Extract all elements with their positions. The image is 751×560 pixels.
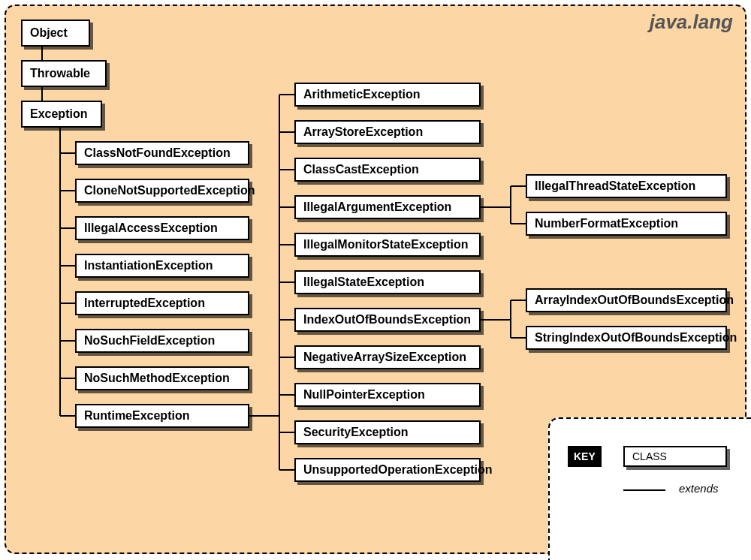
class-child: InstantiationException: [75, 254, 249, 278]
key-label: KEY: [568, 446, 602, 467]
class-illarg-child: IllegalThreadStateException: [526, 174, 727, 198]
class-runtime-child: ClassCastException: [294, 158, 481, 182]
class-runtime-child: NegativeArraySizeException: [294, 345, 481, 369]
class-runtime-child: IllegalMonitorStateException: [294, 233, 481, 257]
class-throwable: Throwable: [21, 60, 107, 87]
key-cutout: [548, 417, 751, 560]
key-extends-line: [623, 489, 665, 491]
class-runtime-child: UnsupportedOperationException: [294, 458, 481, 482]
class-illegalargumentexception: IllegalArgumentException: [294, 195, 481, 219]
class-child: NoSuchFieldException: [75, 329, 249, 353]
class-ioob-child: StringIndexOutOfBoundsException: [526, 326, 727, 350]
diagram-canvas: java.lang Object Throwable Exception Cla…: [0, 0, 751, 560]
key-class-box: CLASS: [623, 446, 727, 467]
class-runtime-child: SecurityException: [294, 420, 481, 444]
class-runtime-child: IllegalStateException: [294, 270, 481, 294]
class-child: CloneNotSupportedException: [75, 179, 249, 203]
class-child: IllegalAccessException: [75, 216, 249, 240]
class-object: Object: [21, 20, 90, 47]
class-exception: Exception: [21, 101, 102, 128]
class-runtime-child: ArrayStoreException: [294, 120, 481, 144]
package-label: java.lang: [650, 11, 733, 34]
class-child: NoSuchMethodException: [75, 366, 249, 390]
class-child: ClassNotFoundException: [75, 141, 249, 165]
class-illarg-child: NumberFormatException: [526, 212, 727, 236]
class-indexoutofboundsexception: IndexOutOfBoundsException: [294, 308, 481, 332]
class-ioob-child: ArrayIndexOutOfBoundsException: [526, 288, 727, 312]
class-child: InterruptedException: [75, 291, 249, 315]
class-runtimeexception: RuntimeException: [75, 404, 249, 428]
key-extends-label: extends: [679, 482, 719, 495]
class-runtime-child: NullPointerException: [294, 383, 481, 407]
class-runtime-child: ArithmeticException: [294, 83, 481, 107]
